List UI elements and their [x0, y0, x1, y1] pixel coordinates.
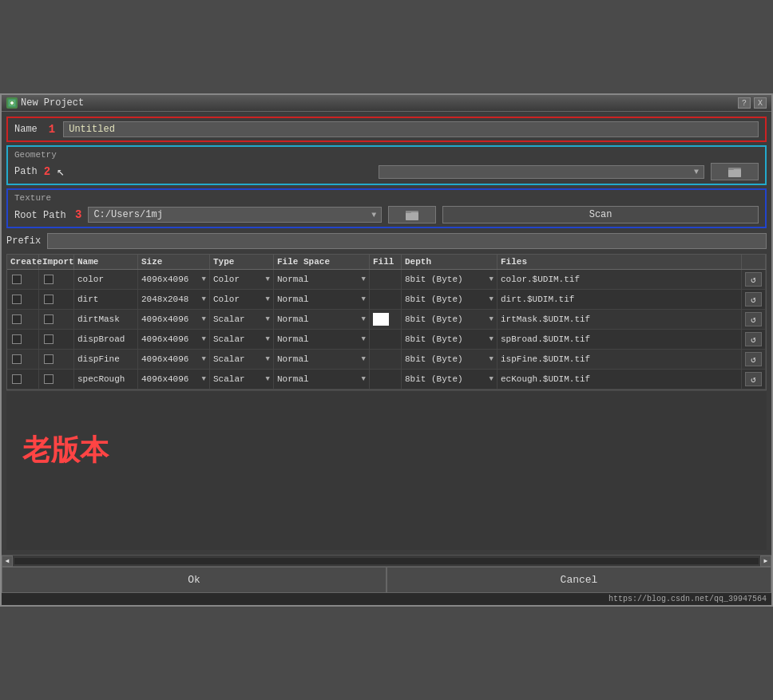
th-depth: Depth — [402, 255, 497, 269]
size-arrow-5: ▼ — [202, 355, 206, 363]
scrollbar-track[interactable] — [14, 558, 759, 564]
close-button[interactable]: X — [754, 97, 767, 109]
url-bar: https://blog.csdn.net/qq_39947564 — [2, 593, 771, 605]
texture-row: Root Path 3 C:/Users/1mj ▼ Scan — [14, 206, 759, 223]
size-arrow-6: ▼ — [202, 375, 206, 383]
td-type-6: Scalar▼ — [210, 370, 274, 389]
td-files-2: dirt.$UDIM.tif — [497, 290, 742, 309]
td-import-1 — [39, 270, 74, 289]
td-create-3 — [7, 310, 39, 329]
cancel-button[interactable]: Cancel — [386, 567, 771, 593]
fs-arrow-1: ▼ — [362, 275, 366, 283]
fs-arrow-6: ▼ — [362, 375, 366, 383]
title-bar-left: New Project — [6, 97, 84, 109]
scrollbar-left-btn[interactable]: ◀ — [2, 556, 13, 567]
td-depth-3: 8bit (Byte)▼ — [402, 310, 497, 329]
folder-icon-2 — [405, 208, 419, 222]
window-body: Name 1 Geometry Path 2 ↖ ▼ — [2, 112, 771, 555]
svg-rect-7 — [406, 212, 418, 220]
depth-arrow-6: ▼ — [490, 375, 494, 383]
root-path-dropdown[interactable]: C:/Users/1mj ▼ — [88, 207, 382, 223]
depth-arrow-2: ▼ — [490, 295, 494, 303]
reload-btn-3[interactable]: ↺ — [745, 312, 762, 326]
td-size-1: 4096x4096▼ — [138, 270, 210, 289]
reload-btn-1[interactable]: ↺ — [745, 272, 762, 287]
fs-arrow-3: ▼ — [362, 315, 366, 323]
import-checkbox-5[interactable] — [44, 354, 54, 364]
import-checkbox-2[interactable] — [44, 295, 54, 304]
scrollbar-right-btn[interactable]: ▶ — [760, 556, 771, 567]
title-bar: New Project ? X — [2, 95, 771, 112]
scrollbar: ◀ ▶ — [2, 555, 771, 566]
svg-rect-8 — [406, 211, 411, 213]
th-files: Files — [497, 255, 742, 269]
texture-file-button[interactable] — [388, 206, 436, 223]
import-checkbox-6[interactable] — [44, 374, 54, 384]
depth-arrow-5: ▼ — [490, 355, 494, 363]
th-filespace: File Space — [274, 255, 370, 269]
window-title: New Project — [21, 97, 84, 109]
create-checkbox-5[interactable] — [12, 354, 22, 364]
texture-section: Texture Root Path 3 C:/Users/1mj ▼ — [6, 188, 767, 228]
create-checkbox-3[interactable] — [12, 314, 22, 324]
path-label: Path 2 — [14, 165, 50, 178]
geometry-file-button[interactable] — [711, 163, 759, 180]
import-checkbox-4[interactable] — [44, 334, 54, 344]
title-controls: ? X — [738, 97, 767, 109]
td-fill-4 — [370, 330, 402, 349]
td-depth-6: 8bit (Byte)▼ — [402, 370, 497, 389]
reload-btn-5[interactable]: ↺ — [745, 352, 762, 366]
td-fill-5 — [370, 350, 402, 369]
create-checkbox-4[interactable] — [12, 334, 22, 344]
td-create-2 — [7, 290, 39, 309]
type-arrow-5: ▼ — [266, 355, 270, 363]
help-button[interactable]: ? — [738, 97, 751, 109]
td-filespace-6: Normal▼ — [274, 370, 370, 389]
reload-btn-4[interactable]: ↺ — [745, 332, 762, 346]
create-checkbox-6[interactable] — [12, 374, 22, 384]
td-type-3: Scalar▼ — [210, 310, 274, 329]
create-checkbox-2[interactable] — [12, 295, 22, 304]
td-files-6: ecKough.$UDIM.tif — [497, 370, 742, 389]
empty-area: 老版本 — [6, 390, 767, 550]
name-input[interactable] — [63, 121, 759, 137]
import-checkbox-1[interactable] — [44, 275, 54, 284]
td-create-5 — [7, 350, 39, 369]
td-filespace-1: Normal▼ — [274, 270, 370, 289]
th-action — [742, 255, 766, 269]
fs-arrow-5: ▼ — [362, 355, 366, 363]
td-fill-3 — [370, 310, 402, 329]
th-fill: Fill — [370, 255, 402, 269]
type-arrow-2: ▼ — [266, 295, 270, 303]
name-section: Name 1 — [6, 117, 767, 142]
td-name-4: dispBroad — [74, 330, 138, 349]
ok-button[interactable]: Ok — [2, 567, 386, 593]
path-dropdown[interactable]: ▼ — [379, 165, 704, 179]
geometry-header: Geometry — [14, 150, 759, 160]
reload-btn-6[interactable]: ↺ — [745, 372, 762, 386]
th-import: Import — [39, 255, 74, 269]
td-type-4: Scalar▼ — [210, 330, 274, 349]
svg-rect-5 — [728, 168, 734, 170]
td-reload-5: ↺ — [742, 350, 766, 369]
bottom-bar: Ok Cancel — [2, 566, 771, 593]
td-import-3 — [39, 310, 74, 329]
import-checkbox-3[interactable] — [44, 314, 54, 324]
create-checkbox-1[interactable] — [12, 275, 22, 284]
td-files-4: spBroad.$UDIM.tif — [497, 330, 742, 349]
svg-rect-4 — [728, 169, 741, 177]
td-reload-6: ↺ — [742, 370, 766, 389]
root-path-value: C:/Users/1mj — [93, 209, 162, 220]
folder-icon — [727, 164, 742, 179]
td-name-1: color — [74, 270, 138, 289]
table-row: dispBroad 4096x4096▼ Scalar▼ Normal▼ 8bi… — [7, 330, 766, 350]
th-name: Name — [74, 255, 138, 269]
reload-btn-2[interactable]: ↺ — [745, 292, 762, 306]
table-row: dispFine 4096x4096▼ Scalar▼ Normal▼ 8bit… — [7, 350, 766, 370]
scan-button[interactable]: Scan — [442, 206, 759, 223]
geometry-section: Geometry Path 2 ↖ ▼ — [6, 145, 767, 185]
td-filespace-5: Normal▼ — [274, 350, 370, 369]
root-path-label: Root Path 3 — [14, 208, 81, 221]
prefix-input[interactable] — [47, 233, 767, 249]
td-import-5 — [39, 350, 74, 369]
